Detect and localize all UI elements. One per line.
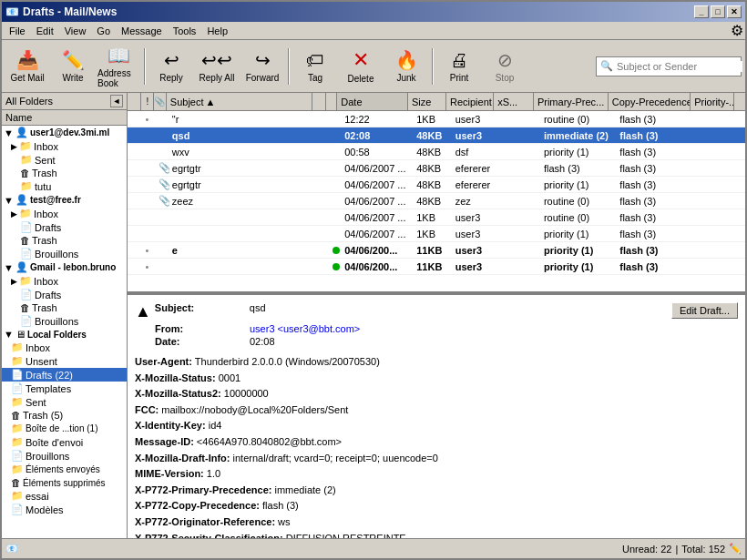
folder-icon: 📁 (20, 180, 33, 192)
col-status-icon[interactable] (312, 93, 326, 110)
menu-view[interactable]: View (59, 24, 92, 38)
sidebar-item-boite-env[interactable]: 📁 Boîte d'envoi (2, 435, 127, 449)
tag-button[interactable]: 🏷 Tag (293, 44, 337, 89)
sidebar-item-elements-sup[interactable]: 🗑 Éléments supprimés (2, 476, 127, 489)
sidebar-item-inbox2[interactable]: ▶ 📁 Inbox (2, 207, 127, 220)
col-recipient[interactable]: Recipient (446, 93, 494, 110)
sidebar-item-test[interactable]: ▼ 👤 test@free.fr (2, 193, 127, 207)
thread-cell (128, 168, 142, 169)
table-row[interactable]: 📎 egrtgtr 04/06/2007 ... 48KB efererer f… (128, 160, 745, 177)
search-box[interactable]: 🔍 (596, 56, 742, 76)
reply-all-button[interactable]: ↩↩ Reply All (195, 44, 239, 89)
sidebar-item-trash3[interactable]: 🗑 Trash (2, 301, 127, 314)
table-row[interactable]: • e 04/06/200... 11KB user3 priority (1)… (128, 242, 745, 259)
subject-cell: wxv (169, 146, 315, 158)
menu-help[interactable]: Help (201, 24, 233, 38)
junk-button[interactable]: 🔥 Junk (384, 44, 428, 89)
table-row[interactable]: 📎 egrtgtr 04/06/2007 ... 48KB efererer p… (128, 177, 745, 193)
write-button[interactable]: ✏️ Write (51, 44, 95, 89)
thread-cell (128, 266, 142, 268)
table-row[interactable]: 04/06/2007 ... 1KB user3 routine (0) fla… (128, 209, 745, 226)
recipient-cell: user3 (453, 211, 501, 224)
unread-count: Unread: 22 (622, 544, 671, 555)
col-priority[interactable]: Priority-... (691, 93, 734, 110)
col-copy-prec[interactable]: Copy-Precedence (609, 93, 691, 110)
attach-cell (156, 118, 169, 120)
get-mail-button[interactable]: 📥 Get Mail (5, 44, 49, 89)
col-date[interactable]: Date (337, 93, 408, 110)
from-link[interactable]: user3 <user3@bbt.com> (250, 323, 360, 334)
primary-prec-cell: routine (0) (541, 113, 617, 126)
sidebar-item-unsent[interactable]: 📁 Unsent (2, 354, 127, 368)
sidebar-item-templates[interactable]: 📄 Templates (2, 382, 127, 395)
attach-cell (156, 233, 169, 235)
sidebar-item-sent4[interactable]: 📁 Sent (2, 395, 127, 409)
sidebar-item-brouillons4[interactable]: 📄 Brouillons (2, 449, 127, 463)
sidebar-item-drafts4[interactable]: 📄 Drafts (22) (2, 368, 127, 382)
sidebar-item-inbox4[interactable]: 📁 Inbox (2, 341, 127, 354)
xs-cell (501, 249, 541, 251)
maximize-button[interactable]: □ (711, 5, 725, 18)
delete-button[interactable]: ✕ Delete (339, 44, 383, 89)
sidebar-item-brouillons2[interactable]: 📄 Brouillons (2, 247, 127, 260)
menu-file[interactable]: File (4, 24, 31, 38)
sidebar-item-trash2[interactable]: 🗑 Trash (2, 234, 127, 247)
sidebar-item-inbox1[interactable]: ▶ 📁 Inbox (2, 139, 127, 153)
edit-draft-button[interactable]: Edit Draft... (671, 302, 738, 319)
sidebar-item-gmail[interactable]: ▼ 👤 Gmail - lebon.bruno (2, 260, 127, 274)
table-row[interactable]: • "r 12:22 1KB user3 routine (0) flash (… (128, 111, 745, 127)
col-size[interactable]: Size (408, 93, 446, 110)
minimize-button[interactable]: _ (694, 5, 709, 18)
menu-edit[interactable]: Edit (31, 24, 59, 38)
menu-go[interactable]: Go (91, 24, 116, 38)
sidebar-item-brouillons3[interactable]: 📄 Brouillons (2, 314, 127, 328)
forward-button[interactable]: ↪ Forward (240, 44, 284, 89)
priority-cell (701, 217, 745, 219)
sidebar-item-user1[interactable]: ▼ 👤 user1@dev.3mi.ml (2, 126, 127, 139)
col-read-icon[interactable]: ! (141, 93, 154, 110)
table-row[interactable]: wxv 00:58 48KB dsf priority (1) flash (3… (128, 144, 745, 160)
col-xs[interactable]: xS... (494, 93, 534, 110)
xs-cell (501, 200, 541, 202)
xs-cell (501, 118, 541, 120)
sidebar-item-drafts3[interactable]: 📄 Drafts (2, 288, 127, 301)
sidebar-item-boite[interactable]: 📁 Boîte de ...tion (1) (2, 422, 127, 435)
print-button[interactable]: 🖨 Print (437, 44, 481, 89)
msg-list-body[interactable]: • "r 12:22 1KB user3 routine (0) flash (… (128, 111, 745, 291)
col-thread-icon[interactable] (128, 93, 141, 110)
sidebar-item-elements-env[interactable]: 📁 Éléments envoyés (2, 463, 127, 476)
delete-icon: ✕ (353, 48, 369, 72)
reply-button[interactable]: ↩ Reply (149, 44, 193, 89)
attach-cell: 📎 (156, 178, 169, 191)
sidebar-item-trash4[interactable]: 🗑 Trash (5) (2, 409, 127, 422)
sidebar-item-modeles[interactable]: 📄 Modèles (2, 503, 127, 516)
primary-prec-cell: routine (0) (541, 211, 617, 224)
sidebar-item-drafts2[interactable]: 📄 Drafts (2, 220, 127, 234)
table-row[interactable]: 04/06/2007 ... 1KB user3 priority (1) fl… (128, 226, 745, 242)
priority-cell (701, 151, 745, 153)
col-attach-icon[interactable]: 📎 (154, 93, 167, 110)
search-input[interactable] (617, 61, 742, 72)
address-book-button[interactable]: 📖 Address Book (97, 44, 140, 89)
sidebar-item-trash1[interactable]: 🗑 Trash (2, 167, 127, 179)
sidebar-item-sent1[interactable]: 📁 Sent (2, 153, 127, 167)
col-dot-icon[interactable] (326, 93, 337, 110)
table-row[interactable]: qsd 02:08 48KB user3 immediate (2) flash… (128, 127, 745, 144)
gear-icon[interactable]: ⚙ (731, 22, 743, 39)
table-row[interactable]: • 04/06/200... 11KB user3 priority (1) f… (128, 259, 745, 275)
sidebar-item-essai[interactable]: 📁 essai (2, 489, 127, 503)
col-primary-prec[interactable]: Primary-Prec... (534, 93, 609, 110)
stop-button[interactable]: ⊘ Stop (483, 44, 527, 89)
collapse-preview-icon[interactable]: ▲ (135, 302, 151, 321)
tag-icon: 🏷 (306, 50, 324, 71)
sidebar-collapse-button[interactable]: ◄ (110, 95, 123, 107)
sidebar-item-local[interactable]: ▼ 🖥 Local Folders (2, 328, 127, 341)
tag-label: Tag (308, 73, 322, 83)
menu-tools[interactable]: Tools (168, 24, 202, 38)
menu-message[interactable]: Message (116, 24, 168, 38)
sidebar-item-inbox3[interactable]: ▶ 📁 Inbox (2, 274, 127, 288)
close-button[interactable]: ✕ (727, 5, 742, 18)
sidebar-item-tutu[interactable]: 📁 tutu (2, 179, 127, 193)
table-row[interactable]: 📎 zeez 04/06/2007 ... 48KB zez routine (… (128, 193, 745, 209)
col-subject[interactable]: Subject ▲ (167, 93, 312, 110)
